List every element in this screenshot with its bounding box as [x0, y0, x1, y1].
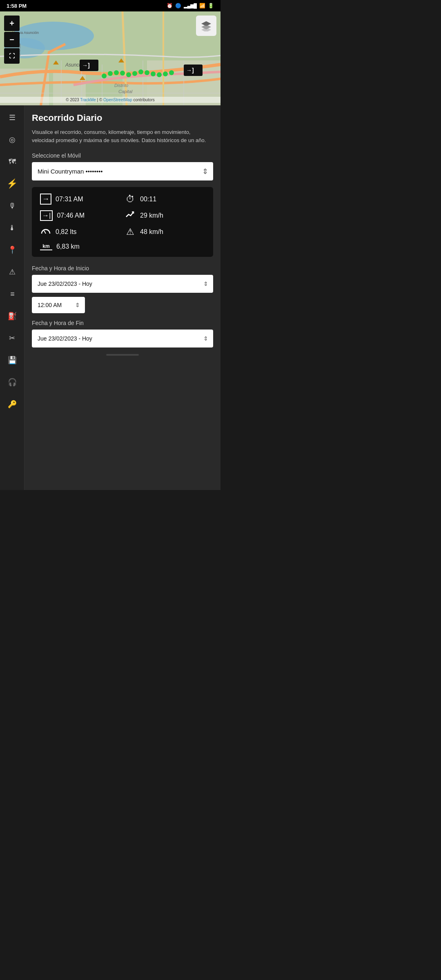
status-bar: 1:58 PM ⏰ 🔵 ▂▄▆█ 📶 🔋 — [0, 0, 220, 11]
stat-fuel: 0,82 lts — [40, 227, 120, 237]
start-time-select-wrapper: 12:00 AM ⇕ — [32, 297, 85, 313]
duration-value: 00:11 — [140, 196, 156, 203]
end-datetime-section: Fecha y Hora de Fin Jue 23/02/2023 - Hoy… — [32, 320, 213, 347]
menu-icon: ☰ — [9, 113, 16, 122]
map-attribution: © 2023 TrackMe | © OpenStreetMap contrib… — [0, 97, 220, 103]
end-arrival-icon: →| — [40, 210, 53, 221]
sidebar-item-microphone[interactable]: 🎙 — [5, 198, 20, 213]
headset-icon: 🎧 — [8, 378, 17, 387]
svg-point-20 — [114, 70, 119, 75]
thermometer-icon: 🌡 — [9, 224, 16, 232]
start-date-select[interactable]: Jue 23/02/2023 - Hoy — [32, 275, 213, 293]
distance-icon: km — [40, 243, 52, 250]
distance-value: 6,83 km — [56, 243, 80, 250]
list-icon: ≡ — [10, 290, 14, 298]
svg-line-40 — [44, 231, 46, 234]
end-time-value: 07:46 AM — [57, 212, 85, 219]
stat-duration: ⏱ 00:11 — [125, 194, 205, 205]
avg-speed-icon — [125, 210, 136, 221]
start-departure-icon: → — [40, 194, 51, 205]
svg-point-28 — [163, 71, 168, 76]
svg-point-24 — [138, 69, 143, 74]
page-title: Recorrido Diario — [32, 113, 213, 123]
sidebar-item-location[interactable]: ◎ — [5, 132, 20, 147]
sidebar-item-list[interactable]: ≡ — [5, 287, 20, 301]
sidebar-item-lightning[interactable]: ⚡ — [5, 176, 20, 191]
fuel-value: 0,82 lts — [56, 228, 77, 236]
stat-max-speed: ⚠ 48 km/h — [125, 227, 205, 237]
start-time-value: 07:31 AM — [56, 196, 83, 203]
sidebar-item-pin[interactable]: 📍 — [5, 243, 20, 257]
stat-end-time: →| 07:46 AM — [40, 210, 120, 221]
sidebar-item-menu[interactable]: ☰ — [5, 110, 20, 125]
svg-point-29 — [169, 70, 174, 75]
status-icons: ⏰ 🔵 ▂▄▆█ 📶 🔋 — [167, 3, 214, 9]
chart-up-icon — [125, 210, 135, 218]
svg-point-22 — [126, 72, 131, 77]
location-icon: ◎ — [9, 135, 16, 144]
zoom-in-button[interactable]: + — [4, 16, 20, 31]
stat-start-time: → 07:31 AM — [40, 194, 120, 205]
svg-point-25 — [145, 70, 149, 75]
map-container: Asunción Distrito Capital Oriental Nueva… — [0, 11, 220, 105]
fuel-consumption-icon — [40, 227, 51, 237]
vehicle-label: Seleccione el Móvil — [32, 152, 213, 159]
svg-point-18 — [102, 74, 107, 78]
svg-point-27 — [157, 72, 162, 77]
max-speed-icon: ⚠ — [125, 227, 136, 237]
map-svg: Asunción Distrito Capital Oriental Nueva… — [0, 11, 220, 105]
avg-speed-value: 29 km/h — [140, 212, 163, 219]
layers-button[interactable] — [196, 16, 216, 36]
sidebar-item-key[interactable]: 🔑 — [5, 397, 20, 412]
tools-icon: ✂ — [9, 334, 15, 343]
svg-marker-39 — [201, 27, 211, 31]
content-area: ☰ ◎ 🗺 ⚡ 🎙 🌡 📍 ⚠ ≡ ⛽ ✂ — [0, 105, 220, 490]
start-datetime-label: Fecha y Hora de Inicio — [32, 265, 213, 272]
wifi-icon: 📶 — [199, 3, 205, 9]
svg-point-19 — [108, 71, 113, 76]
svg-text:→]: →] — [82, 62, 90, 69]
start-datetime-section: Fecha y Hora de Inicio Jue 23/02/2023 - … — [32, 265, 213, 313]
sidebar-item-temperature[interactable]: 🌡 — [5, 220, 20, 235]
speedometer-arc-icon — [40, 227, 51, 235]
vehicle-select[interactable]: Mini Countryman •••••••• — [32, 162, 213, 180]
scroll-indicator — [106, 354, 139, 356]
stat-avg-speed: 29 km/h — [125, 210, 205, 221]
sidebar-item-save[interactable]: 💾 — [5, 353, 20, 368]
signal-bars-icon: ▂▄▆█ — [184, 3, 197, 9]
stats-card: → 07:31 AM ⏱ 00:11 →| 07:46 AM 29 km/h — [32, 187, 213, 257]
end-date-select[interactable]: Jue 23/02/2023 - Hoy — [32, 330, 213, 347]
svg-point-23 — [132, 71, 137, 76]
zoom-out-button[interactable]: − — [4, 32, 20, 47]
max-speed-value: 48 km/h — [140, 228, 163, 236]
bluetooth-icon: 🔵 — [175, 3, 181, 9]
svg-text:Capital: Capital — [118, 89, 133, 94]
save-icon: 💾 — [8, 356, 17, 365]
start-time-select[interactable]: 12:00 AM — [32, 297, 85, 313]
vehicle-select-wrapper: Mini Countryman •••••••• ⇕ — [32, 162, 213, 180]
svg-point-26 — [151, 71, 156, 76]
status-time: 1:58 PM — [7, 3, 27, 9]
map-controls: + − ⛶ — [4, 16, 20, 64]
stat-distance: km 6,83 km — [40, 243, 205, 250]
battery-icon: 🔋 — [208, 3, 214, 9]
sidebar-item-tools[interactable]: ✂ — [5, 331, 20, 345]
lightning-icon: ⚡ — [7, 178, 18, 189]
page-description: Visualice el recorrido, consumo, kilomet… — [32, 128, 213, 144]
trackme-link[interactable]: TrackMe — [80, 98, 96, 102]
osm-link[interactable]: OpenStreetMap — [103, 98, 132, 102]
layers-icon — [200, 20, 212, 31]
fuel-icon: ⛽ — [8, 312, 17, 321]
alert-triangle-icon: ⚠ — [9, 267, 16, 276]
sidebar-item-fuel[interactable]: ⛽ — [5, 309, 20, 323]
sidebar-item-map[interactable]: 🗺 — [5, 154, 20, 169]
fit-map-button[interactable]: ⛶ — [4, 48, 20, 64]
main-content: Recorrido Diario Visualice el recorrido,… — [24, 105, 220, 490]
end-date-select-wrapper: Jue 23/02/2023 - Hoy ⇕ — [32, 330, 213, 347]
map-book-icon: 🗺 — [9, 158, 16, 166]
sidebar-item-alert[interactable]: ⚠ — [5, 265, 20, 279]
sidebar-item-support[interactable]: 🎧 — [5, 375, 20, 390]
end-datetime-label: Fecha y Hora de Fin — [32, 320, 213, 326]
duration-icon: ⏱ — [125, 194, 136, 205]
sidebar: ☰ ◎ 🗺 ⚡ 🎙 🌡 📍 ⚠ ≡ ⛽ ✂ — [0, 105, 24, 490]
